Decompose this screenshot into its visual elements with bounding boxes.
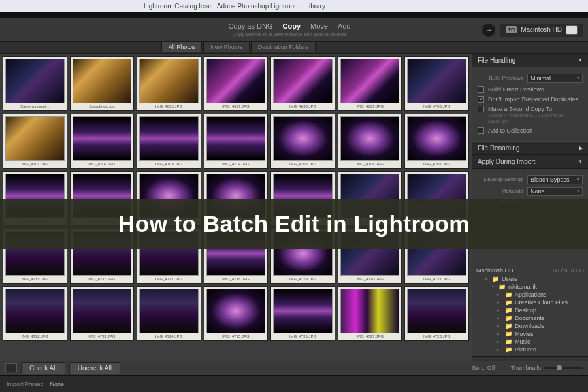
thumbnail-cell[interactable]: IMG_4698.JPG (270, 56, 335, 111)
destination-arrow-icon[interactable]: → (482, 24, 495, 37)
mode-subtitle: Copy photos to a new location and add to… (97, 31, 482, 37)
panel-file-handling-header[interactable]: File Handling▼ (472, 54, 588, 67)
thumbnail-cell[interactable]: Camera preset... (3, 56, 67, 111)
thumbnail-cell[interactable]: IMG_4703.JPG (137, 114, 201, 169)
thumbnail-cell[interactable]: IMG_4705.JPG (270, 114, 335, 169)
tree-item[interactable]: ▸📁Applications (484, 291, 584, 299)
folder-icon: 📁 (505, 338, 512, 345)
sort-value[interactable]: Off (487, 365, 495, 371)
thumbnail-cell[interactable]: IMG_4724.JPG (137, 286, 201, 341)
thumbnail-caption: IMG_4720.JPG (340, 277, 400, 281)
thumbnail-cell[interactable]: IMG_4701.JPG (3, 114, 67, 169)
panel-file-renaming-header[interactable]: File Renaming▶ (472, 141, 588, 155)
thumbnail-cell[interactable]: IMG_4719.JPG (270, 229, 335, 284)
thumbnail-caption: IMG_4710.JPG (139, 220, 199, 223)
filter-tabs: All Photos New Photos Destination Folder… (0, 42, 588, 53)
tree-label: Desktop (515, 307, 536, 314)
add-collection-label: Add to Collection (488, 127, 532, 134)
panel-apply-import-header[interactable]: Apply During Import▼ (472, 155, 588, 169)
folder-icon: 📁 (505, 307, 512, 314)
mode-copy[interactable]: Copy (283, 22, 301, 30)
check-all-button[interactable]: Check All (21, 362, 65, 374)
uncheck-all-button[interactable]: Uncheck All (69, 362, 120, 374)
tree-item[interactable]: ▼📁nikitamallik (484, 283, 584, 291)
thumbnail-cell[interactable]: IMG_4707.JPG (404, 114, 469, 169)
chevron-right-icon: ▶ (579, 145, 583, 151)
smart-previews-checkbox[interactable] (478, 86, 484, 93)
thumbnail-cell[interactable]: IMG_4704.JPG (204, 114, 269, 169)
tree-item[interactable]: ▸📁Downloads (484, 322, 584, 330)
mode-copy-dng[interactable]: Copy as DNG (229, 22, 273, 30)
tree-item[interactable]: ▸📁Desktop (484, 306, 584, 314)
thumbnail-cell[interactable]: IMG_4718.JPG (204, 229, 269, 284)
thumbnail-cell[interactable]: IMG_4711.JPG (204, 171, 269, 226)
tree-item[interactable]: ▸📁Pictures (484, 346, 584, 353)
mode-add[interactable]: Add (338, 22, 351, 30)
thumbnail-cell[interactable]: IMG_4717.JPG (137, 229, 201, 284)
import-preset-value[interactable]: None (50, 381, 65, 387)
thumbnail-cell[interactable]: IMG_4712.JPG (270, 171, 335, 226)
tree-label: Pictures (515, 346, 536, 353)
thumbnail-cell[interactable]: IMG_4716.JPG (70, 229, 135, 284)
tree-item[interactable]: ▼📁Users (484, 275, 584, 283)
tree-item[interactable]: ▸📁Movies (484, 330, 584, 338)
thumbnail-cell[interactable]: IMG_4720.JPG (338, 229, 402, 284)
thumbnail-cell[interactable]: IMG_4706.JPG (338, 114, 402, 169)
thumbnail-caption: Sample pic.jpg (73, 105, 132, 108)
thumbnail-cell[interactable]: IMG_4710.JPG (137, 171, 201, 226)
metadata-select[interactable]: None (527, 187, 583, 196)
folder-icon: 📁 (492, 276, 499, 282)
second-copy-checkbox[interactable] (478, 106, 484, 112)
tab-new-photos[interactable]: New Photos (203, 42, 250, 52)
thumbnail-cell[interactable]: IMG_4713.JPG (338, 171, 402, 226)
tree-label: Documents (515, 315, 545, 321)
thumbnail-caption: IMG_4708.JPG (5, 220, 65, 223)
thumbnail-caption: IMG_4699.JPG (340, 105, 400, 108)
thumbnail-cell[interactable]: IMG_4727.JPG (338, 286, 402, 341)
import-topbar: Copy as DNG Copy Move Add Copy photos to… (0, 18, 588, 42)
window-title: Lightroom Catalog.lrcat - Adobe Photosho… (144, 3, 325, 10)
mode-move[interactable]: Move (310, 22, 328, 30)
thumbnail-caption: IMG_4715.JPG (5, 277, 65, 281)
thumbnail-cell[interactable]: IMG_4702.JPG (70, 114, 135, 169)
tree-label: Music (515, 338, 531, 345)
thumbnail-cell[interactable]: IMG_4695.JPG (137, 56, 201, 111)
tree-item[interactable]: ▸📁Documents (484, 314, 584, 322)
sort-label: Sort: (472, 365, 485, 371)
thumbnail-cell[interactable]: IMG_4725.JPG (204, 286, 269, 341)
grid-view-toggle[interactable] (5, 363, 17, 372)
panel-file-renaming-title: File Renaming (478, 144, 519, 152)
thumbnail-caption: IMG_4727.JPG (340, 335, 400, 338)
thumbnail-cell[interactable]: IMG_4715.JPG (3, 229, 67, 284)
develop-settings-select[interactable]: Bleach Bypass (527, 175, 583, 184)
thumbnail-cell[interactable]: IMG_4728.JPG (404, 286, 469, 341)
thumbnail-cell[interactable]: IMG_4709.JPG (70, 171, 135, 226)
no-duplicates-checkbox[interactable]: ✓ (478, 96, 484, 103)
destination-picker[interactable]: TO Macintosh HD (500, 24, 583, 37)
tree-item[interactable]: ▸📁Creative Cloud Files (484, 299, 584, 306)
build-previews-select[interactable]: Minimal (527, 74, 583, 83)
thumbnail-cell[interactable]: IMG_4726.JPG (270, 286, 335, 341)
tab-destination-folders[interactable]: Destination Folders (251, 42, 316, 52)
tab-all-photos[interactable]: All Photos (161, 42, 203, 52)
thumbnail-cell[interactable]: IMG_4708.JPG (3, 171, 67, 226)
add-collection-checkbox[interactable] (478, 127, 484, 134)
thumbnail-size-slider[interactable] (544, 367, 583, 369)
tree-disclosure-icon: ▸ (497, 316, 502, 321)
thumbnail-cell[interactable]: Sample pic.jpg (70, 56, 135, 111)
thumbnail-image (73, 174, 132, 218)
tree-item[interactable]: ▸📁Music (484, 338, 584, 346)
window-titlebar: Lightroom Catalog.lrcat - Adobe Photosho… (0, 0, 588, 12)
volume-name: Macintosh HD (476, 267, 514, 274)
thumbnail-image (407, 231, 466, 276)
thumbnail-cell[interactable]: IMG_4723.JPG (70, 286, 135, 341)
thumbnail-caption: Camera preset... (5, 105, 65, 108)
thumbnail-cell[interactable]: IMG_4700.JPG (404, 56, 469, 111)
thumbnail-cell[interactable]: IMG_4699.JPG (338, 56, 402, 111)
thumbnail-cell[interactable]: IMG_4714.JPG (404, 171, 469, 226)
thumbnail-cell[interactable]: IMG_4722.JPG (3, 286, 67, 341)
thumbnail-image (407, 174, 466, 218)
thumbnail-cell[interactable]: IMG_4721.JPG (404, 229, 469, 284)
thumbnail-cell[interactable]: IMG_4697.JPG (204, 56, 269, 111)
drive-icon (566, 25, 578, 35)
